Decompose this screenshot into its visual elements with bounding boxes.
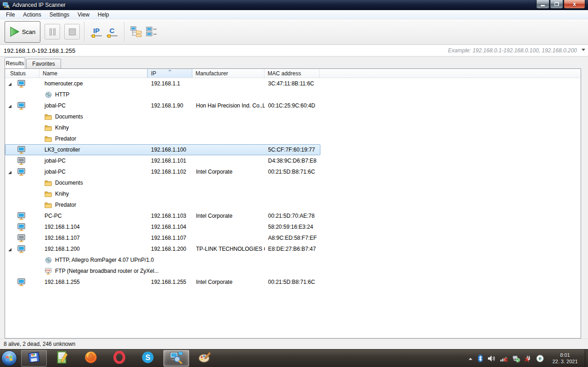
column-label: Name	[43, 70, 57, 77]
table-row-device[interactable]: 192.168.1.255192.168.1.255Intel Corporat…	[5, 277, 320, 288]
table-row-folder[interactable]: Knihy	[5, 122, 320, 133]
minimize-button[interactable]	[536, 0, 549, 9]
close-icon: x	[573, 1, 576, 7]
taskbar-button-firefox[interactable]	[78, 350, 104, 367]
child-label: HTTP	[55, 91, 69, 98]
computer-alive-icon	[17, 223, 25, 231]
table-row-folder[interactable]: Documents	[5, 177, 320, 188]
table-row-folder[interactable]: Documents	[5, 111, 320, 122]
start-button[interactable]	[0, 350, 18, 367]
folder-icon	[45, 136, 52, 142]
taskbar-button-skype[interactable]: S	[135, 350, 161, 367]
status-cell	[6, 211, 40, 221]
scan-button[interactable]: Scan	[5, 21, 40, 43]
table-row-device[interactable]: homerouter.cpe192.168.1.13C:47:11:8B:11:…	[5, 78, 320, 89]
cell-mac-address: 00:1C:25:9C:60:4D	[265, 102, 320, 109]
scan-class-c-button[interactable]: C	[106, 23, 118, 40]
taskbar-button-opera[interactable]	[106, 350, 132, 367]
status-cell	[6, 167, 40, 177]
status-cell	[6, 101, 40, 111]
expand-arrow-icon[interactable]	[8, 83, 11, 86]
column-header-manufacturer[interactable]: Manufacturer	[192, 69, 264, 78]
column-header-ip[interactable]: IP	[147, 69, 192, 78]
pause-button[interactable]	[45, 24, 60, 40]
table-row-http[interactable]: HTTP	[5, 89, 320, 100]
column-header-mac-address[interactable]: MAC address	[264, 69, 319, 78]
tray-hidden-icons-icon[interactable]	[468, 356, 473, 361]
tab-favorites[interactable]: Favorites	[26, 59, 61, 68]
cell-manufacturer: Intel Corporate	[193, 169, 265, 175]
cell-mac-address: 3C:47:11:8B:11:6C	[265, 80, 320, 87]
scan-ip-button[interactable]: IP	[90, 23, 103, 40]
subnet-line-icon	[91, 35, 102, 36]
menu-item-help[interactable]: Help	[94, 11, 113, 19]
child-cell: HTTP	[45, 91, 69, 98]
table-row-device[interactable]: 192.168.1.107192.168.1.107A8:9C:ED:58:F7…	[5, 232, 320, 243]
tray-volume-icon[interactable]	[487, 355, 496, 362]
taskbar-button-notepad-plus-plus[interactable]	[50, 350, 75, 367]
taskbar-button-paint[interactable]	[192, 350, 218, 367]
table-row-device[interactable]: 192.168.1.200192.168.1.200TP-LINK TECHNO…	[5, 243, 320, 254]
cell-mac-address: 00:21:5D:B8:71:6C	[265, 169, 320, 175]
table-row-http[interactable]: HTTP, Allegro RomPager 4.07 UPnP/1.0	[5, 254, 320, 265]
taskbar-button-advanced-ip-scanner[interactable]	[163, 350, 189, 367]
child-cell: Predator	[45, 202, 76, 208]
cell-name: jobal-PC	[40, 158, 148, 164]
table-row-folder[interactable]: Predator	[5, 199, 320, 210]
child-cell: Knihy	[45, 191, 69, 197]
expand-arrow-icon[interactable]	[8, 171, 11, 174]
close-button[interactable]: x	[564, 0, 585, 9]
menu-item-settings[interactable]: Settings	[45, 11, 73, 19]
table-row-device[interactable]: jobal-PC192.168.1.90Hon Hai Precision In…	[5, 100, 320, 111]
table-row-folder[interactable]: Knihy	[5, 188, 320, 199]
menu-item-file[interactable]: File	[2, 11, 19, 19]
menu-item-view[interactable]: View	[73, 11, 94, 19]
range-dropdown-arrow-icon[interactable]	[582, 49, 585, 51]
show-desktop-button[interactable]	[585, 350, 588, 367]
cell-name: jobal-PC	[40, 169, 148, 175]
folder-icon	[45, 180, 52, 186]
status-cell	[6, 79, 40, 89]
tray-power-unplugged-icon[interactable]	[524, 355, 532, 362]
table-row-device[interactable]: PC-PC192.168.1.103Intel Corporate00:21:5…	[5, 210, 320, 221]
tray-eset-icon[interactable]: e	[536, 355, 544, 362]
column-label: IP	[151, 70, 156, 77]
cell-ip: 192.168.1.255	[148, 279, 193, 285]
expand-all-button[interactable]	[129, 24, 143, 40]
menu-bar: FileActionsSettingsViewHelp	[0, 10, 588, 19]
tray-network-disconnected-icon[interactable]	[500, 355, 508, 362]
table-row-device[interactable]: 192.168.1.104192.168.1.10458:20:59:16:E3…	[5, 221, 320, 232]
table-row-ftp[interactable]: FTP FTP (Netgear broadband router or ZyX…	[5, 265, 320, 277]
title-bar: Advanced IP Scanner x	[0, 0, 588, 10]
stop-button[interactable]	[64, 24, 80, 40]
table-row-device[interactable]: LK3_controller192.168.1.1005C:CF:7F:60:1…	[5, 144, 320, 155]
table-row-folder[interactable]: Predator	[5, 133, 320, 144]
table-row-device[interactable]: jobal-PC192.168.1.102Intel Corporate00:2…	[5, 166, 320, 177]
http-service-icon	[45, 257, 52, 264]
restore-button[interactable]	[550, 0, 563, 9]
cell-mac-address: E8:DE:27:B6:B7:47	[265, 246, 320, 252]
expand-arrow-icon[interactable]	[8, 105, 11, 108]
tray-bluetooth-icon[interactable]	[477, 355, 483, 362]
clock-date: 22. 3. 2021	[552, 359, 577, 365]
subnet-line-icon	[106, 35, 118, 36]
menu-item-actions[interactable]: Actions	[19, 11, 45, 19]
tray-hardware-safely-remove-icon[interactable]	[512, 355, 520, 362]
http-service-icon	[45, 91, 52, 98]
header-filler	[319, 69, 581, 78]
restore-icon	[554, 2, 559, 6]
tab-results[interactable]: Results	[5, 57, 25, 68]
skype-icon: S	[141, 351, 154, 366]
ip-range-input[interactable]: 192.168.1.0-192.168.1.255	[4, 47, 75, 54]
folder-icon	[45, 125, 52, 131]
column-header-name[interactable]: Name	[39, 69, 147, 78]
pause-icon	[50, 28, 52, 35]
sort-ascending-icon	[168, 69, 172, 71]
taskbar-clock[interactable]: 8:01 22. 3. 2021	[547, 350, 583, 367]
child-cell: Knihy	[45, 124, 69, 131]
collapse-all-button[interactable]	[145, 24, 159, 40]
table-row-device[interactable]: jobal-PC192.168.1.101D4:38:9C:D6:B7:E8	[5, 155, 320, 166]
expand-arrow-icon[interactable]	[8, 248, 11, 251]
taskbar-button-file-manager[interactable]	[21, 350, 47, 367]
column-header-status[interactable]: Status	[5, 69, 39, 78]
